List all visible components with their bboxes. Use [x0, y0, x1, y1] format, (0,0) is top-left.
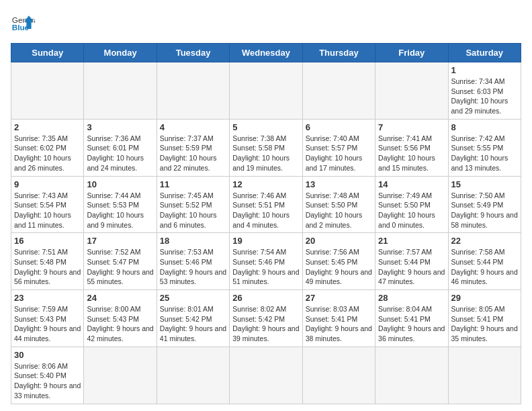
- day-number: 10: [87, 179, 153, 189]
- calendar-cell: 29Sunrise: 8:05 AM Sunset: 5:41 PM Dayli…: [448, 290, 521, 347]
- day-number: 3: [87, 122, 153, 132]
- day-number: 5: [232, 122, 299, 132]
- calendar-cell: 9Sunrise: 7:43 AM Sunset: 5:54 PM Daylig…: [11, 176, 84, 233]
- day-number: 25: [160, 293, 226, 303]
- calendar-cell: 28Sunrise: 8:04 AM Sunset: 5:41 PM Dayli…: [375, 290, 448, 347]
- day-number: 2: [14, 122, 81, 132]
- calendar-cell: 10Sunrise: 7:44 AM Sunset: 5:53 PM Dayli…: [84, 176, 157, 233]
- weekday-header-thursday: Thursday: [302, 44, 375, 62]
- day-info: Sunrise: 7:52 AM Sunset: 5:47 PM Dayligh…: [87, 247, 153, 287]
- week-row-3: 9Sunrise: 7:43 AM Sunset: 5:54 PM Daylig…: [11, 176, 521, 233]
- day-number: 9: [14, 179, 81, 189]
- day-info: Sunrise: 8:05 AM Sunset: 5:41 PM Dayligh…: [451, 304, 518, 344]
- day-number: 15: [451, 179, 518, 189]
- calendar-cell: 15Sunrise: 7:50 AM Sunset: 5:49 PM Dayli…: [448, 176, 521, 233]
- day-info: Sunrise: 7:34 AM Sunset: 6:03 PM Dayligh…: [451, 77, 518, 116]
- calendar-cell: 6Sunrise: 7:40 AM Sunset: 5:57 PM Daylig…: [302, 119, 375, 176]
- calendar-cell: [302, 62, 375, 120]
- day-number: 11: [160, 179, 226, 189]
- day-info: Sunrise: 7:45 AM Sunset: 5:52 PM Dayligh…: [160, 191, 226, 230]
- day-info: Sunrise: 7:42 AM Sunset: 5:55 PM Dayligh…: [451, 134, 518, 173]
- day-info: Sunrise: 7:53 AM Sunset: 5:46 PM Dayligh…: [160, 247, 226, 287]
- weekday-header-sunday: Sunday: [11, 44, 84, 62]
- day-number: 8: [451, 122, 518, 132]
- weekday-header-saturday: Saturday: [448, 44, 521, 62]
- logo: General Blue: [11, 11, 35, 35]
- calendar-table: SundayMondayTuesdayWednesdayThursdayFrid…: [11, 43, 521, 404]
- calendar-cell: [230, 347, 302, 404]
- day-number: 18: [160, 236, 226, 246]
- calendar-cell: 11Sunrise: 7:45 AM Sunset: 5:52 PM Dayli…: [157, 176, 229, 233]
- calendar-cell: 21Sunrise: 7:57 AM Sunset: 5:44 PM Dayli…: [375, 233, 448, 290]
- day-number: 30: [14, 350, 81, 360]
- day-number: 21: [378, 236, 445, 246]
- weekday-header-tuesday: Tuesday: [157, 44, 229, 62]
- day-number: 13: [306, 179, 372, 189]
- calendar-cell: 12Sunrise: 7:46 AM Sunset: 5:51 PM Dayli…: [230, 176, 302, 233]
- day-info: Sunrise: 7:37 AM Sunset: 5:59 PM Dayligh…: [160, 134, 226, 173]
- day-number: 24: [87, 293, 153, 303]
- day-number: 7: [378, 122, 445, 132]
- calendar-cell: [11, 62, 84, 120]
- day-number: 28: [378, 293, 445, 303]
- calendar-cell: [375, 62, 448, 120]
- day-info: Sunrise: 7:41 AM Sunset: 5:56 PM Dayligh…: [378, 134, 445, 173]
- day-number: 29: [451, 293, 518, 303]
- calendar-cell: [230, 62, 302, 120]
- day-number: 12: [232, 179, 299, 189]
- week-row-1: 1Sunrise: 7:34 AM Sunset: 6:03 PM Daylig…: [11, 62, 521, 120]
- day-info: Sunrise: 7:56 AM Sunset: 5:45 PM Dayligh…: [306, 247, 372, 287]
- calendar-cell: [302, 347, 375, 404]
- day-number: 19: [232, 236, 299, 246]
- calendar-cell: 3Sunrise: 7:36 AM Sunset: 6:01 PM Daylig…: [84, 119, 157, 176]
- day-info: Sunrise: 7:36 AM Sunset: 6:01 PM Dayligh…: [87, 134, 153, 173]
- calendar-cell: [448, 347, 521, 404]
- day-number: 27: [306, 293, 372, 303]
- weekday-header-row: SundayMondayTuesdayWednesdayThursdayFrid…: [11, 44, 521, 62]
- calendar-cell: 14Sunrise: 7:49 AM Sunset: 5:50 PM Dayli…: [375, 176, 448, 233]
- day-info: Sunrise: 8:03 AM Sunset: 5:41 PM Dayligh…: [306, 304, 372, 344]
- day-info: Sunrise: 7:54 AM Sunset: 5:46 PM Dayligh…: [232, 247, 299, 287]
- day-info: Sunrise: 7:44 AM Sunset: 5:53 PM Dayligh…: [87, 191, 153, 230]
- calendar-cell: 4Sunrise: 7:37 AM Sunset: 5:59 PM Daylig…: [157, 119, 229, 176]
- week-row-5: 23Sunrise: 7:59 AM Sunset: 5:43 PM Dayli…: [11, 290, 521, 347]
- weekday-header-monday: Monday: [84, 44, 157, 62]
- week-row-2: 2Sunrise: 7:35 AM Sunset: 6:02 PM Daylig…: [11, 119, 521, 176]
- calendar-cell: 7Sunrise: 7:41 AM Sunset: 5:56 PM Daylig…: [375, 119, 448, 176]
- calendar-cell: [84, 347, 157, 404]
- day-info: Sunrise: 7:58 AM Sunset: 5:44 PM Dayligh…: [451, 247, 518, 287]
- calendar-cell: 1Sunrise: 7:34 AM Sunset: 6:03 PM Daylig…: [448, 62, 521, 120]
- day-info: Sunrise: 8:04 AM Sunset: 5:41 PM Dayligh…: [378, 304, 445, 344]
- calendar-cell: 13Sunrise: 7:48 AM Sunset: 5:50 PM Dayli…: [302, 176, 375, 233]
- calendar-cell: 20Sunrise: 7:56 AM Sunset: 5:45 PM Dayli…: [302, 233, 375, 290]
- calendar-cell: [157, 62, 229, 120]
- day-info: Sunrise: 7:50 AM Sunset: 5:49 PM Dayligh…: [451, 191, 518, 230]
- day-number: 16: [14, 236, 81, 246]
- day-number: 4: [160, 122, 226, 132]
- day-number: 6: [306, 122, 372, 132]
- day-number: 14: [378, 179, 445, 189]
- week-row-6: 30Sunrise: 8:06 AM Sunset: 5:40 PM Dayli…: [11, 347, 521, 404]
- calendar-cell: [84, 62, 157, 120]
- calendar-cell: 19Sunrise: 7:54 AM Sunset: 5:46 PM Dayli…: [230, 233, 302, 290]
- calendar-cell: 24Sunrise: 8:00 AM Sunset: 5:43 PM Dayli…: [84, 290, 157, 347]
- day-info: Sunrise: 7:43 AM Sunset: 5:54 PM Dayligh…: [14, 191, 81, 230]
- day-number: 26: [232, 293, 299, 303]
- weekday-header-wednesday: Wednesday: [230, 44, 302, 62]
- calendar-cell: 8Sunrise: 7:42 AM Sunset: 5:55 PM Daylig…: [448, 119, 521, 176]
- calendar-cell: 22Sunrise: 7:58 AM Sunset: 5:44 PM Dayli…: [448, 233, 521, 290]
- calendar-cell: 5Sunrise: 7:38 AM Sunset: 5:58 PM Daylig…: [230, 119, 302, 176]
- day-info: Sunrise: 8:02 AM Sunset: 5:42 PM Dayligh…: [232, 304, 299, 344]
- calendar-cell: [157, 347, 229, 404]
- day-number: 23: [14, 293, 81, 303]
- day-info: Sunrise: 7:40 AM Sunset: 5:57 PM Dayligh…: [306, 134, 372, 173]
- day-number: 20: [306, 236, 372, 246]
- calendar-cell: 30Sunrise: 8:06 AM Sunset: 5:40 PM Dayli…: [11, 347, 84, 404]
- calendar-cell: 26Sunrise: 8:02 AM Sunset: 5:42 PM Dayli…: [230, 290, 302, 347]
- calendar-cell: [375, 347, 448, 404]
- day-info: Sunrise: 7:57 AM Sunset: 5:44 PM Dayligh…: [378, 247, 445, 287]
- logo-icon: General Blue: [11, 11, 35, 35]
- day-info: Sunrise: 7:51 AM Sunset: 5:48 PM Dayligh…: [14, 247, 81, 287]
- day-info: Sunrise: 7:59 AM Sunset: 5:43 PM Dayligh…: [14, 304, 81, 344]
- weekday-header-friday: Friday: [375, 44, 448, 62]
